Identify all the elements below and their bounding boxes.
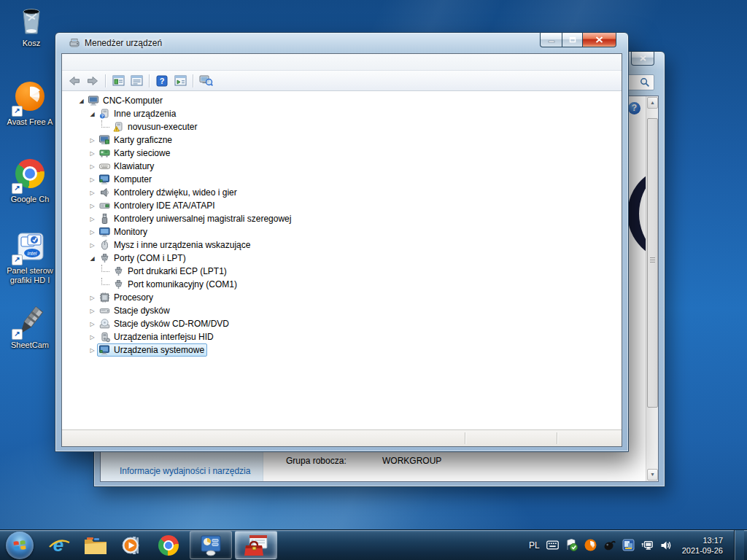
expander-icon[interactable]: ▷	[88, 137, 97, 144]
tree-item-body[interactable]: Urządzenia interfejsu HID	[97, 330, 217, 343]
tree-item[interactable]: Port komunikacyjny (COM1)	[62, 278, 622, 291]
console-tree-button[interactable]	[110, 73, 126, 89]
desktop-icon-intel-panel[interactable]: intel ↗ Panel sterow grafiki HD I	[0, 230, 60, 285]
tree-item[interactable]: ▷ Monitory	[62, 225, 622, 238]
expander-icon[interactable]: ▷	[88, 176, 97, 183]
taskbar-item-media-player[interactable]	[114, 532, 150, 559]
tree-item-body[interactable]: Port komunikacyjny (COM1)	[111, 278, 240, 291]
action-center-icon[interactable]	[565, 539, 578, 551]
tree-item-body[interactable]: Klawiatury	[97, 160, 157, 173]
restore-button[interactable]	[562, 33, 583, 47]
expander-icon[interactable]: ◢	[77, 98, 86, 104]
desktop-icon-recycle-bin[interactable]: Kosz	[1, 3, 61, 48]
expander-icon[interactable]: ▷	[88, 242, 97, 249]
help-icon[interactable]: ?	[628, 102, 640, 114]
back-button[interactable]	[66, 73, 82, 89]
tree-item-body[interactable]: Urządzenia systemowe	[97, 343, 207, 357]
tree-item[interactable]: Port drukarki ECP (LPT1)	[62, 265, 622, 278]
system-scrollbar[interactable]: ▲ ▼	[646, 96, 658, 481]
tree-item-body[interactable]: Porty (COM i LPT)	[97, 252, 189, 265]
mouse-utility-icon[interactable]	[603, 539, 616, 551]
menu-item[interactable]	[101, 61, 113, 63]
tree-item[interactable]: ▷ Mysz i inne urządzenia wskazujące	[62, 238, 622, 252]
tree-item-body[interactable]: CNC-Komputer	[86, 94, 166, 107]
tree-item-body[interactable]: Karty sieciowe	[97, 147, 173, 160]
tree-item-body[interactable]: Inne urządzenia	[97, 107, 179, 120]
tree-item[interactable]: ▷ Kontrolery dźwięku, wideo i gier	[62, 186, 622, 199]
desktop-icon-sheetcam[interactable]: ↗ SheetCam	[0, 305, 60, 350]
properties-button[interactable]	[128, 73, 144, 89]
help-button[interactable]: ?	[154, 73, 170, 89]
tree-item-body[interactable]: Stacje dysków CD-ROM/DVD	[97, 317, 232, 330]
expander-icon[interactable]: ▷	[88, 347, 97, 354]
tree-item-body[interactable]: Kontrolery IDE ATA/ATAPI	[97, 199, 218, 212]
device-manager-titlebar[interactable]: Menedżer urządzeń	[61, 33, 622, 53]
tree-item-body[interactable]: Karty graficzne	[97, 133, 175, 147]
tree-item[interactable]: ▷ Klawiatury	[62, 160, 622, 173]
tree-item[interactable]: ▷ Karty graficzne	[62, 133, 622, 147]
tree-item-body[interactable]: Mysz i inne urządzenia wskazujące	[97, 238, 253, 252]
tree-item[interactable]: ▷ Stacje dysków CD-ROM/DVD	[62, 317, 622, 330]
desktop-icon-avast[interactable]: ↗ Avast Free A	[0, 80, 60, 127]
volume-icon[interactable]	[660, 539, 673, 551]
tree-item-body[interactable]: Kontrolery dźwięku, wideo i gier	[97, 186, 240, 199]
taskbar-item-explorer[interactable]	[77, 532, 114, 559]
menu-item[interactable]	[90, 61, 101, 63]
tree-item[interactable]: ▷ Kontrolery uniwersalnej magistrali sze…	[62, 212, 622, 225]
tree-item-body[interactable]: novusun-executer	[111, 120, 200, 133]
expander-icon[interactable]: ▷	[88, 203, 97, 209]
expander-icon[interactable]: ▷	[88, 229, 97, 236]
tree-item[interactable]: ▷ Urządzenia systemowe	[62, 343, 622, 357]
expander-icon[interactable]: ▷	[88, 295, 97, 301]
network-icon[interactable]	[641, 539, 654, 551]
scroll-down-icon[interactable]: ▼	[647, 469, 658, 481]
expander-icon[interactable]: ◢	[88, 111, 97, 117]
expander-icon[interactable]: ▷	[88, 216, 97, 222]
expander-icon[interactable]: ▷	[88, 334, 97, 341]
desktop-icon-chrome[interactable]: ↗ Google Ch	[0, 158, 60, 204]
expander-icon[interactable]: ◢	[88, 255, 97, 262]
expander-icon[interactable]: ▷	[88, 190, 97, 196]
tree-item[interactable]: ▷ Komputer	[62, 173, 622, 186]
tree-item-body[interactable]: Kontrolery uniwersalnej magistrali szere…	[97, 212, 294, 225]
minimize-button[interactable]	[540, 33, 562, 47]
menu-item[interactable]	[78, 61, 90, 63]
graphics-utility-icon[interactable]	[622, 539, 635, 551]
show-desktop-button[interactable]	[734, 530, 744, 560]
expander-icon[interactable]: ▷	[88, 150, 97, 157]
menu-item[interactable]	[66, 61, 78, 63]
scroll-up-icon[interactable]: ▲	[647, 97, 658, 109]
taskbar-button-performance-tools[interactable]	[190, 531, 232, 559]
taskbar-button-device-manager[interactable]	[235, 531, 277, 559]
keyboard-layout-icon[interactable]	[546, 539, 559, 551]
clock[interactable]: 13:17 2021-09-26	[682, 535, 723, 556]
system-close-button[interactable]	[631, 52, 654, 66]
tree-item-body[interactable]: Port drukarki ECP (LPT1)	[111, 265, 230, 278]
expander-icon[interactable]: ▷	[88, 321, 97, 327]
tree-item[interactable]: ▷ Procesory	[62, 291, 622, 304]
tree-item[interactable]: ▷ Kontrolery IDE ATA/ATAPI	[62, 199, 622, 212]
start-button[interactable]	[6, 532, 34, 559]
tree-item[interactable]: ◢ CNC-Komputer	[62, 94, 622, 107]
tree-item[interactable]: novusun-executer	[62, 120, 622, 133]
scrollbar-thumb[interactable]	[647, 118, 658, 408]
tree-item[interactable]: ▷ Urządzenia interfejsu HID	[62, 330, 622, 343]
action-pane-button[interactable]	[172, 73, 188, 89]
tree-item-body[interactable]: Stacje dysków	[97, 304, 173, 317]
tree-item[interactable]: ▷ Stacje dysków	[62, 304, 622, 317]
expander-icon[interactable]: ▷	[88, 308, 97, 314]
avast-tray-icon[interactable]	[584, 539, 597, 551]
tree-item[interactable]: ◢ Porty (COM i LPT)	[62, 252, 622, 265]
forward-button[interactable]	[85, 73, 101, 89]
tree-item-body[interactable]: Monitory	[97, 225, 150, 238]
tree-item-body[interactable]: Procesory	[97, 291, 156, 304]
taskbar-item-chrome[interactable]	[150, 532, 187, 559]
tree-item[interactable]: ▷ Karty sieciowe	[62, 147, 622, 160]
tree-item-body[interactable]: Komputer	[97, 173, 155, 186]
close-button[interactable]	[583, 33, 616, 47]
performance-info-link[interactable]: Informacje wydajności i narzędzia	[120, 465, 255, 477]
language-indicator[interactable]: PL	[529, 540, 540, 551]
scan-hardware-button[interactable]	[198, 73, 214, 89]
expander-icon[interactable]: ▷	[88, 163, 97, 170]
taskbar-item-internet-explorer[interactable]: e	[41, 532, 77, 559]
